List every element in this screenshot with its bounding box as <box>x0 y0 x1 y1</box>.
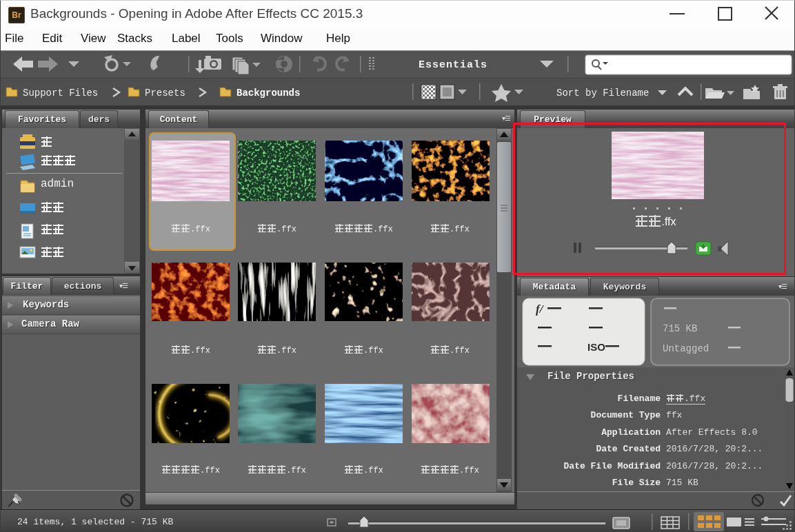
svg-text:715 KB: 715 KB <box>663 323 697 334</box>
svg-text:Essentials: Essentials <box>419 59 487 71</box>
svg-text:Untagged: Untagged <box>663 343 709 354</box>
svg-text:Presets: Presets <box>145 88 185 99</box>
svg-text:ISO: ISO <box>587 341 605 353</box>
svg-text:Sort by Filename: Sort by Filename <box>556 88 649 99</box>
svg-text:Backgrounds: Backgrounds <box>237 88 300 99</box>
svg-text:Support Files: Support Files <box>23 88 98 99</box>
